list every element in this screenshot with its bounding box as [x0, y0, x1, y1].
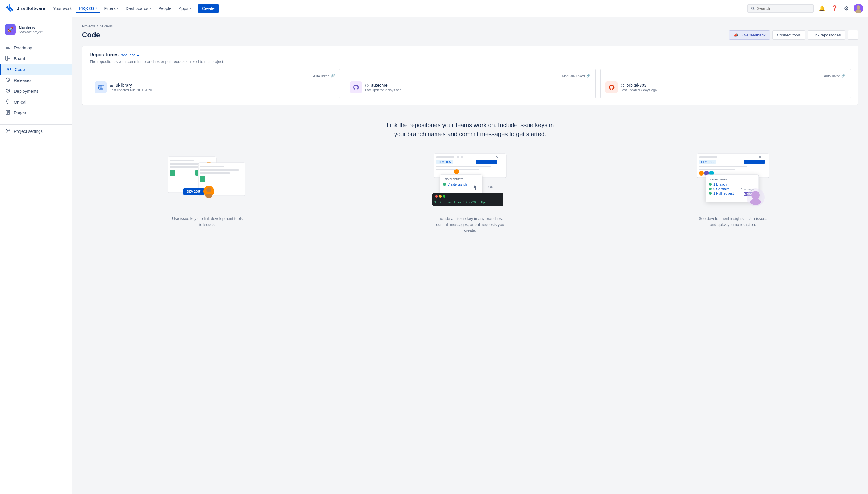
- svg-rect-47: [437, 166, 491, 167]
- repositories-card: Repositories see less ▲ The repositories…: [82, 46, 858, 105]
- nav-dashboards[interactable]: Dashboards ▾: [123, 4, 154, 13]
- nav-right-actions: 🔔 ❓ ⚙: [747, 4, 863, 13]
- svg-rect-69: [699, 169, 735, 170]
- dashboards-chevron-icon: ▾: [149, 7, 151, 10]
- sidebar-divider-1: [0, 41, 72, 41]
- breadcrumb-nucleus[interactable]: Nucleus: [100, 24, 113, 28]
- info-text-use-keys: Use issue keys to link development tools…: [171, 216, 243, 227]
- svg-point-70: [699, 171, 704, 176]
- svg-point-50: [454, 169, 459, 174]
- deployments-icon: [5, 88, 11, 94]
- info-text-see-insights: See development insights in Jira issues …: [697, 216, 769, 227]
- page-header: Code 📣 Give feedback Connect tools Link …: [82, 30, 858, 40]
- svg-point-80: [709, 192, 712, 195]
- repo-details-2: autechre Last updated 2 days ago: [365, 83, 401, 92]
- sidebar-item-pages[interactable]: Pages: [0, 108, 72, 118]
- repo-icon-orbital-303: [606, 81, 617, 93]
- search-input[interactable]: [757, 6, 810, 11]
- sidebar-project-header: 🚀 Nucleus Software project: [0, 22, 72, 40]
- svg-point-21: [621, 84, 624, 87]
- more-actions-button[interactable]: ···: [848, 30, 858, 40]
- project-rocket-icon: 🚀: [5, 24, 16, 35]
- project-icon: 🚀: [5, 24, 16, 35]
- help-button[interactable]: ❓: [830, 4, 839, 13]
- svg-rect-20: [607, 83, 616, 92]
- info-title: Link the repositories your teams work on…: [82, 120, 858, 138]
- sidebar-item-deployments[interactable]: Deployments: [0, 86, 72, 97]
- search-bar[interactable]: [747, 4, 814, 13]
- sidebar-item-roadmap[interactable]: Roadmap: [0, 42, 72, 53]
- sidebar-item-oncall-label: On-call: [14, 100, 27, 104]
- svg-text:$ git commit -m "DEV-2095 Upda: $ git commit -m "DEV-2095 Updat: [434, 201, 491, 204]
- repo-info-3: orbital-303 Last updated 7 days ago: [606, 81, 846, 93]
- repo-link-type-3: Auto linked 🔗: [606, 74, 846, 78]
- illustration-include-key: ✕ DEV-2095: [428, 151, 512, 211]
- svg-text:DEVELOPMENT: DEVELOPMENT: [445, 178, 463, 180]
- app-logo-text: Jira Software: [17, 6, 45, 11]
- svg-text:OR: OR: [488, 185, 494, 189]
- sidebar-item-releases[interactable]: Releases: [0, 75, 72, 86]
- nav-apps[interactable]: Apps ▾: [176, 4, 194, 13]
- illustration-svg-2: ✕ DEV-2095: [428, 151, 512, 211]
- info-card-include-key: ✕ DEV-2095: [345, 151, 595, 233]
- settings-button[interactable]: ⚙: [843, 4, 850, 13]
- sidebar-item-board[interactable]: Board: [0, 53, 72, 64]
- sidebar-item-project-settings[interactable]: Project settings: [0, 126, 72, 137]
- breadcrumb: Projects / Nucleus: [82, 24, 858, 28]
- svg-rect-56: [432, 193, 503, 206]
- nav-filters[interactable]: Filters ▾: [101, 4, 122, 13]
- sidebar-item-project-settings-label: Project settings: [14, 129, 43, 134]
- repo-public-icon-3: [621, 84, 624, 87]
- repos-toggle[interactable]: see less ▲: [121, 53, 140, 57]
- link-icon-1: 🔗: [331, 74, 335, 78]
- svg-text:DEV-2095: DEV-2095: [438, 160, 450, 164]
- breadcrumb-projects[interactable]: Projects: [82, 24, 95, 28]
- illustration-see-insights: DEV-2095 ··· ✕: [691, 151, 775, 211]
- connect-tools-button[interactable]: Connect tools: [773, 31, 806, 40]
- repo-card-ui-library[interactable]: Auto linked 🔗: [90, 69, 340, 98]
- svg-text:1 Branch: 1 Branch: [714, 183, 727, 186]
- nav-links: Your work Projects ▾ Filters ▾ Dashboard…: [50, 4, 747, 13]
- svg-text:DEV-2095: DEV-2095: [701, 160, 714, 164]
- repo-updated-3: Last updated 7 days ago: [621, 88, 657, 92]
- sidebar-item-roadmap-label: Roadmap: [14, 45, 32, 50]
- repo-card-autechre[interactable]: Manually linked 🔗: [345, 69, 595, 98]
- svg-rect-68: [699, 166, 747, 167]
- svg-text:✕: ✕: [496, 155, 499, 159]
- repo-details-1: ui-library Last updated August 9, 2020: [110, 83, 152, 92]
- sidebar-item-code[interactable]: Code: [0, 64, 72, 75]
- nav-projects[interactable]: Projects ▾: [76, 4, 100, 13]
- svg-point-59: [443, 195, 445, 197]
- link-icon-2: 🔗: [586, 74, 590, 78]
- svg-line-1: [754, 9, 754, 10]
- nav-people[interactable]: People: [155, 4, 174, 13]
- sidebar-item-on-call[interactable]: On-call: [0, 97, 72, 108]
- sidebar-item-pages-label: Pages: [14, 111, 26, 115]
- svg-text:DEVELOPMENT: DEVELOPMENT: [710, 178, 729, 181]
- notifications-button[interactable]: 🔔: [817, 4, 826, 13]
- svg-point-2: [856, 5, 860, 9]
- repo-icon-autechre: [350, 81, 362, 93]
- svg-rect-32: [200, 172, 230, 174]
- svg-rect-41: [437, 156, 455, 158]
- project-name: Nucleus: [19, 25, 42, 30]
- info-section: Link the repositories your teams work on…: [82, 114, 858, 240]
- repo-link-type-1: Auto linked 🔗: [95, 74, 335, 78]
- repo-updated-2: Last updated 2 days ago: [365, 88, 401, 92]
- give-feedback-button[interactable]: 📣 Give feedback: [729, 31, 770, 40]
- info-cards: DEV-2095 Use issue keys to link developm…: [82, 151, 858, 233]
- code-icon: [6, 66, 12, 73]
- link-repositories-button[interactable]: Link repositories: [808, 31, 845, 40]
- repo-card-orbital-303[interactable]: Auto linked 🔗: [601, 69, 851, 98]
- repo-name-1: ui-library: [110, 83, 152, 88]
- svg-point-53: [443, 183, 446, 186]
- nav-your-work[interactable]: Your work: [50, 4, 75, 13]
- bitbucket-icon: [96, 83, 105, 92]
- svg-rect-26: [170, 170, 175, 176]
- user-avatar[interactable]: [853, 4, 863, 13]
- create-button[interactable]: Create: [198, 4, 219, 13]
- repo-updated-1: Last updated August 9, 2020: [110, 88, 152, 92]
- repo-info-1: ui-library Last updated August 9, 2020: [95, 81, 335, 93]
- svg-text:DEV-2095: DEV-2095: [187, 190, 201, 193]
- svg-point-86: [750, 199, 761, 205]
